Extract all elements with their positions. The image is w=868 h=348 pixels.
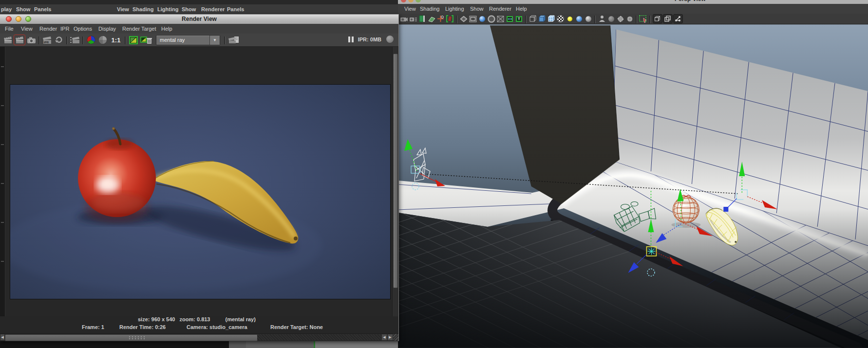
menu-show[interactable]: Show bbox=[470, 6, 484, 12]
gate-mask-icon[interactable] bbox=[487, 15, 496, 23]
pause-icon[interactable] bbox=[348, 37, 350, 42]
gear-ball-icon[interactable] bbox=[616, 15, 625, 23]
region-render-icon[interactable] bbox=[70, 35, 80, 45]
minimize-button[interactable] bbox=[408, 0, 414, 2]
ipr-memory-label: IPR: 0MB bbox=[358, 37, 381, 42]
refresh-icon[interactable] bbox=[54, 35, 64, 45]
close-button[interactable] bbox=[401, 0, 406, 2]
bg-menu-view[interactable]: View bbox=[117, 6, 129, 12]
wireframe-mode-icon[interactable] bbox=[528, 15, 537, 23]
two-d-pan-zoom-icon[interactable] bbox=[436, 15, 445, 23]
redo-previous-render-icon[interactable] bbox=[14, 35, 25, 45]
left-scrollbar[interactable] bbox=[0, 47, 5, 316]
scrollbar-track[interactable] bbox=[257, 334, 381, 340]
playblast-icon[interactable] bbox=[445, 15, 454, 23]
default-material-icon[interactable] bbox=[556, 15, 565, 23]
lighting-ball-gray-icon[interactable] bbox=[584, 15, 593, 23]
lighting-ball-blue-icon[interactable] bbox=[574, 15, 584, 23]
renderer-dropdown-value: mental ray bbox=[156, 37, 209, 43]
chevron-down-icon[interactable]: ▼ bbox=[209, 36, 220, 45]
bg-menu-shading[interactable]: Shading bbox=[132, 6, 153, 12]
menu-display[interactable]: Display bbox=[98, 26, 116, 32]
bg-menu-panels[interactable]: Panels bbox=[34, 6, 51, 12]
safe-action-icon[interactable] bbox=[505, 15, 514, 23]
textured-mode-icon[interactable] bbox=[547, 15, 556, 23]
render-view-titlebar[interactable]: Render View bbox=[0, 15, 398, 24]
lighting-yellow-icon[interactable] bbox=[565, 15, 574, 23]
rendered-image[interactable] bbox=[10, 84, 391, 299]
status-render-time: Render Time: 0:26 bbox=[119, 324, 166, 330]
menu-view[interactable]: View bbox=[404, 6, 416, 12]
shaded-mode-icon[interactable] bbox=[537, 15, 547, 23]
point-light-icon[interactable] bbox=[647, 248, 655, 255]
renderer-select-dropdown[interactable]: mental ray ▼ bbox=[156, 35, 220, 45]
duplicate-view-icon[interactable] bbox=[662, 15, 673, 23]
horizontal-scrollbar[interactable]: ◀ ◀ ▶ bbox=[0, 333, 398, 341]
bg-menu-display-partial[interactable]: play bbox=[1, 6, 12, 12]
xray-person-icon[interactable] bbox=[597, 15, 606, 23]
poly-cube-icon[interactable] bbox=[652, 15, 662, 23]
view-axis-icon[interactable] bbox=[459, 15, 468, 23]
persp-viewport[interactable] bbox=[398, 24, 868, 348]
plugin-nodes-icon[interactable] bbox=[673, 15, 683, 23]
right-scrollbar[interactable] bbox=[392, 47, 398, 316]
menu-render-target[interactable]: Render Target bbox=[122, 26, 156, 32]
z-axis-handle[interactable] bbox=[723, 207, 728, 212]
persp-view-menubar: View Shading Lighting Show Renderer Help bbox=[398, 4, 868, 14]
scroll-left-button-2[interactable]: ◀ bbox=[381, 334, 387, 341]
pause-icon[interactable] bbox=[352, 37, 354, 42]
menu-view[interactable]: View bbox=[21, 26, 33, 32]
render-settings-icon[interactable] bbox=[227, 35, 240, 45]
image-plane-icon[interactable] bbox=[427, 15, 436, 23]
bg-menu-panels2[interactable]: Panels bbox=[227, 6, 244, 12]
status-camera: Camera: studio_camera bbox=[187, 324, 247, 330]
menu-options[interactable]: Options bbox=[74, 26, 92, 32]
xray-ball-icon[interactable] bbox=[606, 15, 616, 23]
bg-menu-show2[interactable]: Show bbox=[182, 6, 196, 12]
alpha-channel-icon[interactable] bbox=[97, 35, 108, 45]
resolution-gate-icon[interactable] bbox=[477, 15, 487, 23]
menu-lighting[interactable]: Lighting bbox=[445, 6, 464, 12]
scroll-right-button[interactable]: ▶ bbox=[387, 334, 393, 341]
keep-image-icon[interactable] bbox=[128, 35, 139, 45]
render-view-toolbar: IPR 1:1 menta bbox=[0, 34, 398, 47]
film-gate-icon[interactable] bbox=[468, 15, 477, 23]
status-zoom: zoom: 0.813 bbox=[180, 316, 210, 322]
menu-help[interactable]: Help bbox=[161, 26, 172, 32]
bg-menu-show[interactable]: Show bbox=[16, 6, 30, 12]
render-view-menubar: File View Render IPR Options Display Ren… bbox=[0, 24, 398, 34]
bg-menu-renderer[interactable]: Renderer bbox=[201, 6, 225, 12]
render-view-window: Render View File View Render IPR Options… bbox=[0, 14, 399, 341]
status-size: size: 960 x 540 bbox=[138, 316, 175, 322]
render-icon[interactable] bbox=[2, 35, 13, 45]
one-to-one-zoom-button[interactable]: 1:1 bbox=[109, 35, 123, 45]
scrollbar-thumb[interactable] bbox=[5, 334, 258, 341]
cube-ball-icon[interactable] bbox=[625, 15, 634, 23]
scroll-left-button[interactable]: ◀ bbox=[0, 334, 5, 341]
menu-renderer[interactable]: Renderer bbox=[489, 6, 511, 12]
field-chart-icon[interactable] bbox=[496, 15, 505, 23]
toolbar-separator bbox=[525, 16, 527, 23]
menu-render[interactable]: Render bbox=[39, 26, 57, 32]
timeline-fragment-dark bbox=[0, 341, 229, 348]
toolbar-separator bbox=[649, 16, 651, 23]
camera-attributes-icon[interactable] bbox=[408, 15, 417, 23]
safe-title-icon[interactable]: T bbox=[514, 15, 524, 23]
menu-shading[interactable]: Shading bbox=[420, 6, 439, 12]
resize-grip[interactable] bbox=[393, 334, 398, 341]
rgb-channels-icon[interactable] bbox=[86, 35, 96, 45]
ipr-render-icon[interactable]: IPR bbox=[42, 35, 53, 45]
select-camera-icon[interactable] bbox=[399, 15, 408, 23]
bookmarks-icon[interactable] bbox=[417, 15, 427, 23]
toolbar-separator bbox=[636, 16, 637, 23]
scrollbar-thumb[interactable] bbox=[393, 54, 398, 288]
isolate-select-icon[interactable] bbox=[639, 15, 648, 23]
bg-menu-lighting[interactable]: Lighting bbox=[157, 6, 178, 12]
remove-image-icon[interactable] bbox=[140, 35, 152, 45]
menu-help[interactable]: Help bbox=[516, 6, 527, 12]
zoom-button[interactable] bbox=[415, 0, 421, 2]
snapshot-icon[interactable] bbox=[26, 35, 37, 45]
menu-file[interactable]: File bbox=[5, 26, 14, 32]
menu-ipr[interactable]: IPR bbox=[60, 26, 69, 32]
persp-view-toolbar: T bbox=[398, 14, 868, 24]
